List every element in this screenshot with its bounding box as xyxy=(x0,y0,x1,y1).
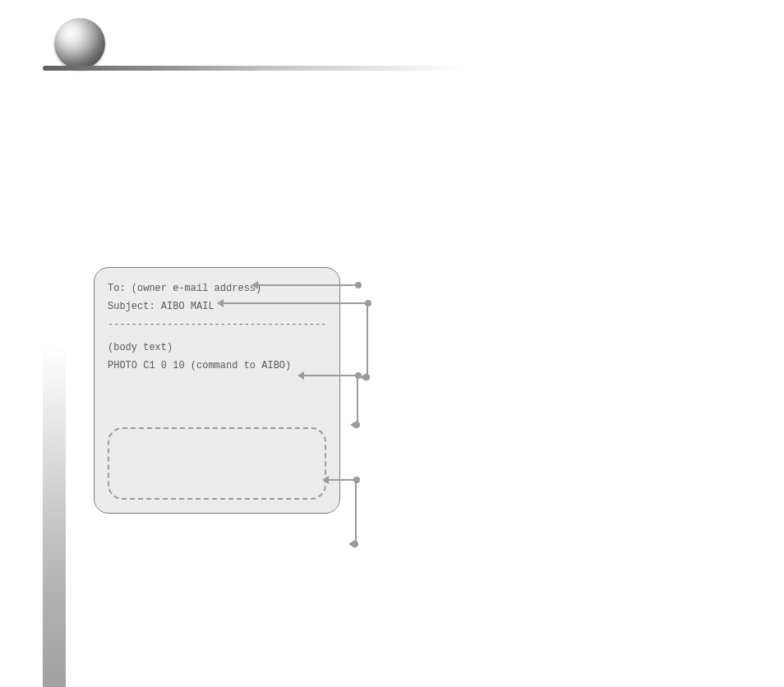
callout-signature-h xyxy=(329,479,357,481)
header-rule xyxy=(43,66,462,71)
callout-command-v xyxy=(357,375,358,426)
command-line: PHOTO C1 0 10 (command to AIBO) xyxy=(108,357,326,375)
sphere-icon xyxy=(54,18,105,69)
page-root: To: (owner e-mail address) Subject: AIBO… xyxy=(0,0,784,687)
body-label: (body text) xyxy=(108,339,326,357)
callout-subject-v xyxy=(367,302,368,378)
callout-subject-h xyxy=(224,302,368,304)
signature-box xyxy=(108,427,326,500)
separator: ------------------------------------- xyxy=(108,319,326,330)
to-line: To: (owner e-mail address) xyxy=(108,279,326,297)
left-gradient-bar xyxy=(43,345,66,687)
callout-signature-v xyxy=(355,479,357,545)
callout-command xyxy=(304,375,358,376)
callout-to xyxy=(258,284,358,286)
